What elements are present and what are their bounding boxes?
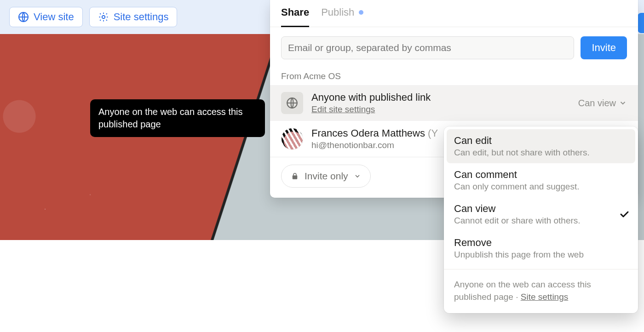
- perm-option-title: Can view: [454, 203, 628, 215]
- invite-only-button[interactable]: Invite only: [281, 165, 371, 188]
- permission-label: Can view: [578, 98, 616, 109]
- perm-option-title: Remove: [454, 237, 628, 249]
- published-link-row[interactable]: Anyone with published link Edit site set…: [270, 85, 638, 121]
- invite-button-label: Invite: [592, 42, 616, 53]
- share-tabs: Share Publish: [270, 0, 638, 27]
- dropdown-footer: Anyone on the web can access this publis…: [447, 273, 635, 310]
- tab-share[interactable]: Share: [281, 6, 309, 27]
- site-settings-label: Site settings: [114, 11, 169, 23]
- perm-option-sub: Cannot edit or share with others.: [454, 216, 628, 226]
- svg-point-1: [102, 16, 104, 18]
- dropdown-separator: [444, 269, 638, 269]
- perm-option-can-comment[interactable]: Can comment Can only comment and suggest…: [447, 163, 635, 197]
- published-link-text: Anyone with published link Edit site set…: [311, 92, 570, 114]
- published-link-title: Anyone with published link: [311, 92, 570, 103]
- from-workspace-label: From Acme OS: [270, 63, 638, 85]
- avatar: [281, 128, 303, 150]
- perm-option-sub: Can edit, but not share with others.: [454, 148, 628, 158]
- invite-row: Invite: [270, 27, 638, 63]
- publish-indicator-dot: [359, 10, 363, 15]
- globe-icon: [18, 11, 29, 23]
- tooltip-text: Anyone on the web can access this publis…: [98, 107, 243, 129]
- perm-option-can-edit[interactable]: Can edit Can edit, but not share with ot…: [447, 129, 635, 163]
- perm-option-sub: Unpublish this page from the web: [454, 250, 628, 260]
- owner-name: Frances Odera Matthews: [311, 127, 425, 139]
- tab-publish-label: Publish: [321, 6, 354, 18]
- check-icon: [619, 209, 630, 220]
- invite-only-label: Invite only: [305, 171, 348, 182]
- chevron-down-icon: [354, 172, 361, 180]
- primary-action-sliver[interactable]: [638, 13, 644, 33]
- edit-site-settings-link[interactable]: Edit site settings: [311, 104, 375, 114]
- perm-option-title: Can comment: [454, 169, 628, 181]
- permission-dropdown-trigger[interactable]: Can view: [578, 98, 627, 109]
- view-site-button[interactable]: View site: [9, 7, 83, 27]
- perm-option-can-view[interactable]: Can view Cannot edit or share with other…: [447, 197, 635, 231]
- tab-publish[interactable]: Publish: [321, 6, 363, 27]
- tab-share-label: Share: [281, 6, 309, 18]
- view-site-label: View site: [34, 11, 74, 23]
- site-settings-button[interactable]: Site settings: [89, 7, 178, 27]
- globe-icon: [281, 92, 303, 114]
- perm-option-remove[interactable]: Remove Unpublish this page from the web: [447, 231, 635, 265]
- permission-dropdown: Can edit Can edit, but not share with ot…: [444, 126, 638, 313]
- perm-option-title: Can edit: [454, 135, 628, 147]
- chevron-down-icon: [619, 99, 627, 107]
- dropdown-site-settings-link[interactable]: Site settings: [521, 292, 569, 302]
- perm-option-sub: Can only comment and suggest.: [454, 182, 628, 192]
- invite-button[interactable]: Invite: [581, 36, 627, 59]
- publish-tooltip: Anyone on the web can access this publis…: [90, 99, 265, 137]
- gear-icon: [98, 11, 109, 23]
- owner-you-suffix: (Y: [428, 127, 438, 139]
- invite-input[interactable]: [281, 36, 574, 59]
- lock-icon: [291, 172, 299, 180]
